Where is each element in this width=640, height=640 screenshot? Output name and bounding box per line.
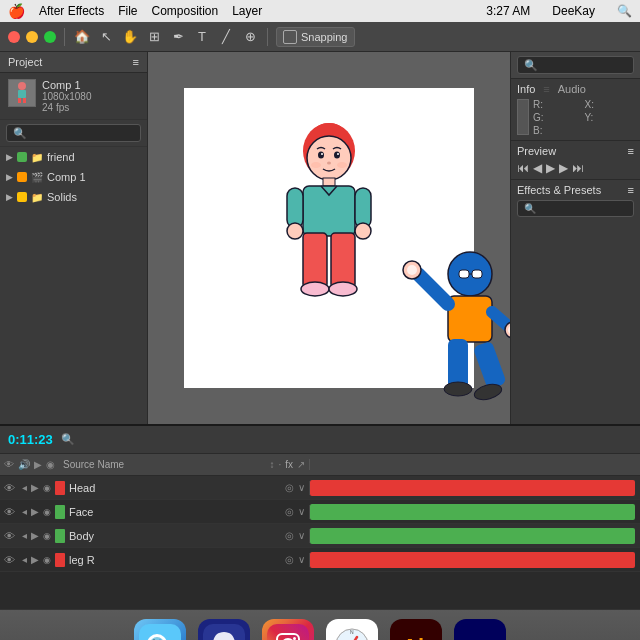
menu-composition[interactable]: Composition bbox=[151, 4, 218, 18]
effects-search-input[interactable] bbox=[517, 200, 634, 217]
svg-point-12 bbox=[337, 153, 339, 155]
audio-col-icon[interactable]: 🔊 bbox=[18, 459, 30, 470]
menu-layer[interactable]: Layer bbox=[232, 4, 262, 18]
color-swatch bbox=[517, 99, 529, 135]
menu-search-icon[interactable]: 🔍 bbox=[617, 4, 632, 18]
timeline-row-right-legr bbox=[310, 548, 640, 571]
hand-icon[interactable]: ✋ bbox=[121, 28, 139, 46]
play-button[interactable]: ▶ bbox=[546, 161, 555, 175]
expand-legr[interactable]: ▶ bbox=[31, 554, 39, 565]
layer-color-comp1 bbox=[17, 172, 27, 182]
skip-forward-button[interactable]: ⏭ bbox=[572, 161, 584, 175]
cycle-face[interactable]: ◎ bbox=[285, 506, 294, 517]
sort-col-icon[interactable]: ↕ bbox=[269, 459, 274, 470]
solo-legr[interactable]: ◉ bbox=[43, 555, 51, 565]
cycle-legr[interactable]: ◎ bbox=[285, 554, 294, 565]
menu-file[interactable]: File bbox=[118, 4, 137, 18]
layer-name-face: Face bbox=[69, 506, 281, 518]
effects-menu-icon[interactable]: ≡ bbox=[628, 184, 634, 196]
bar-body bbox=[310, 528, 635, 544]
dock: N S W E Ai Ae bbox=[0, 609, 640, 640]
text-icon[interactable]: T bbox=[193, 28, 211, 46]
comp-resolution: 1080x1080 bbox=[42, 91, 92, 102]
svg-line-38 bbox=[418, 274, 448, 304]
rgb-values: R: G: B: X: Y: bbox=[517, 99, 634, 136]
tab-info[interactable]: Info bbox=[517, 83, 535, 95]
solo-head[interactable]: ◉ bbox=[43, 483, 51, 493]
snapping-button[interactable]: Snapping bbox=[276, 27, 355, 47]
vis-head[interactable]: 👁 bbox=[4, 482, 18, 494]
pen-icon[interactable]: ✒ bbox=[169, 28, 187, 46]
menu-after-effects[interactable]: After Effects bbox=[39, 4, 104, 18]
timeline-rows: 👁 ◂ ▶ ◉ Head ◎ ∨ 👁 ◂ ▶ ◉ Face ◎ bbox=[0, 476, 640, 609]
solo-face[interactable]: ◉ bbox=[43, 507, 51, 517]
maximize-button[interactable] bbox=[44, 31, 56, 43]
timeline-search-icon[interactable]: 🔍 bbox=[61, 433, 75, 446]
clone-icon[interactable]: ⊕ bbox=[241, 28, 259, 46]
b-label: B: bbox=[533, 125, 583, 136]
select-icon[interactable]: ↖ bbox=[97, 28, 115, 46]
chevron-face[interactable]: ∨ bbox=[298, 506, 305, 517]
visibility-col-icon[interactable]: 👁 bbox=[4, 459, 14, 470]
step-forward-button[interactable]: ▶ bbox=[559, 161, 568, 175]
audio-legr[interactable]: ◂ bbox=[22, 554, 27, 565]
preview-menu-icon[interactable]: ≡ bbox=[628, 145, 634, 157]
expand-icon-solids: ▶ bbox=[6, 192, 13, 202]
vis-face[interactable]: 👁 bbox=[4, 506, 18, 518]
skip-back-button[interactable]: ⏮ bbox=[517, 161, 529, 175]
chevron-body[interactable]: ∨ bbox=[298, 530, 305, 541]
solo-body[interactable]: ◉ bbox=[43, 531, 51, 541]
dock-icon-after-effects[interactable]: Ae bbox=[454, 619, 506, 641]
right-search-input[interactable] bbox=[517, 56, 634, 74]
expand-body[interactable]: ▶ bbox=[31, 530, 39, 541]
audio-face[interactable]: ◂ bbox=[22, 506, 27, 517]
expand-head[interactable]: ▶ bbox=[31, 482, 39, 493]
cycle-body[interactable]: ◎ bbox=[285, 530, 294, 541]
audio-head[interactable]: ◂ bbox=[22, 482, 27, 493]
svg-point-59 bbox=[293, 637, 296, 640]
home-icon[interactable]: 🏠 bbox=[73, 28, 91, 46]
vis-body[interactable]: 👁 bbox=[4, 530, 18, 542]
chevron-head[interactable]: ∨ bbox=[298, 482, 305, 493]
svg-rect-33 bbox=[459, 270, 469, 278]
dock-icon-illustrator[interactable]: Ai bbox=[390, 619, 442, 641]
solo-col-icon[interactable]: ◉ bbox=[46, 459, 55, 470]
timeline-row-left-legr: 👁 ◂ ▶ ◉ leg R ◎ ∨ bbox=[0, 553, 310, 567]
chevron-legr[interactable]: ∨ bbox=[298, 554, 305, 565]
dock-icon-instagram[interactable] bbox=[262, 619, 314, 641]
project-layer-solids[interactable]: ▶ 📁 Solids bbox=[0, 187, 147, 207]
tab-audio[interactable]: Audio bbox=[558, 83, 586, 95]
project-search-area bbox=[0, 120, 147, 147]
svg-point-11 bbox=[321, 153, 323, 155]
cycle-head[interactable]: ◎ bbox=[285, 482, 294, 493]
dock-icon-safari[interactable]: N S W E bbox=[326, 619, 378, 641]
brush-icon[interactable]: ╱ bbox=[217, 28, 235, 46]
expand-face[interactable]: ▶ bbox=[31, 506, 39, 517]
system-user: DeeKay bbox=[552, 4, 595, 18]
svg-line-40 bbox=[492, 312, 508, 326]
step-back-button[interactable]: ◀ bbox=[533, 161, 542, 175]
project-layer-comp1[interactable]: ▶ 🎬 Comp 1 bbox=[0, 167, 147, 187]
dock-icon-ghost[interactable] bbox=[198, 619, 250, 641]
expand2-col[interactable]: ↗ bbox=[297, 459, 305, 470]
project-layer-friend[interactable]: ▶ 📁 friend bbox=[0, 147, 147, 167]
rotation-icon[interactable]: ⊞ bbox=[145, 28, 163, 46]
effects-header: Effects & Presets ≡ bbox=[517, 184, 634, 196]
expand-col-icon[interactable]: ▶ bbox=[34, 459, 42, 470]
svg-rect-19 bbox=[287, 188, 303, 228]
minimize-button[interactable] bbox=[26, 31, 38, 43]
color-legr bbox=[55, 553, 65, 567]
svg-rect-3 bbox=[18, 98, 21, 103]
audio-body[interactable]: ◂ bbox=[22, 530, 27, 541]
dock-icon-finder[interactable] bbox=[134, 619, 186, 641]
close-button[interactable] bbox=[8, 31, 20, 43]
comp-item[interactable]: Comp 1 1080x1080 24 fps bbox=[0, 73, 147, 120]
project-search-input[interactable] bbox=[6, 124, 141, 142]
layer-name-solids: Solids bbox=[47, 191, 77, 203]
xy-labels: X: Y: bbox=[585, 99, 635, 136]
window-controls bbox=[8, 31, 56, 43]
apple-menu[interactable]: 🍎 bbox=[8, 3, 25, 19]
vis-legr[interactable]: 👁 bbox=[4, 554, 18, 566]
toolbar-separator bbox=[64, 28, 65, 46]
project-menu-icon[interactable]: ≡ bbox=[133, 56, 139, 68]
